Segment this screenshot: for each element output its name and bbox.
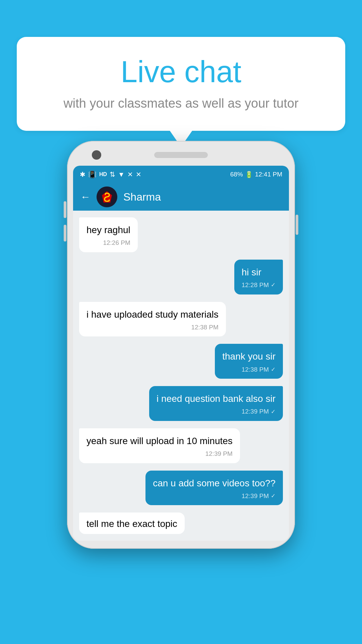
message-4-check-icon: ✓ [271, 366, 276, 374]
message-7-meta: 12:39 PM ✓ [153, 492, 276, 501]
message-3-text: i have uploaded study materials [86, 308, 219, 321]
superman-logo-icon [99, 189, 115, 205]
message-4-meta: 12:38 PM ✓ [222, 365, 276, 374]
message-1: hey raghul 12:26 PM [79, 217, 138, 252]
message-2: hi sir 12:28 PM ✓ [234, 260, 283, 294]
speech-bubble-container: Live chat with your classmates as well a… [17, 37, 345, 131]
wifi-icon: ▼ [118, 171, 125, 178]
volume-down-button [64, 225, 66, 241]
back-button[interactable]: ← [80, 191, 90, 203]
message-1-text: hey raghul [86, 223, 130, 236]
message-7: can u add some videos too?? 12:39 PM ✓ [145, 471, 283, 505]
avatar [97, 186, 117, 207]
message-5-meta: 12:39 PM ✓ [157, 407, 276, 416]
vibrate-icon: 📳 [88, 170, 97, 178]
status-left-icons: ✱ 📳 HD ⇅ ▼ ✕ ✕ [80, 170, 141, 178]
battery-percent: 68% [230, 171, 243, 178]
sync-icon: ⇅ [110, 170, 115, 178]
message-5-time: 12:39 PM [242, 407, 269, 416]
message-7-check-icon: ✓ [271, 492, 276, 500]
message-7-time: 12:39 PM [242, 492, 269, 501]
phone-top-hardware [73, 149, 289, 161]
message-3-meta: 12:38 PM [86, 323, 219, 332]
message-3: i have uploaded study materials 12:38 PM [79, 302, 226, 337]
bluetooth-icon: ✱ [80, 170, 85, 178]
data-icon: ✕ [136, 170, 141, 178]
chat-header: ← Sharma [73, 183, 289, 211]
message-4-time: 12:38 PM [242, 365, 269, 374]
phone-screen: ✱ 📳 HD ⇅ ▼ ✕ ✕ 68% 🔋 12:41 PM ← [73, 166, 289, 541]
message-4-text: thank you sir [222, 350, 276, 363]
message-6: yeah sure will upload in 10 minutes 12:3… [79, 428, 240, 463]
status-bar: ✱ 📳 HD ⇅ ▼ ✕ ✕ 68% 🔋 12:41 PM [73, 166, 289, 183]
message-8-text: tell me the exact topic [86, 519, 177, 529]
contact-name: Sharma [123, 191, 161, 203]
clock: 12:41 PM [255, 171, 282, 178]
message-1-meta: 12:26 PM [86, 238, 130, 248]
status-right-info: 68% 🔋 12:41 PM [230, 171, 282, 178]
message-5-check-icon: ✓ [271, 408, 276, 416]
phone-mockup: ✱ 📳 HD ⇅ ▼ ✕ ✕ 68% 🔋 12:41 PM ← [67, 141, 295, 549]
hd-icon: HD [99, 171, 107, 177]
message-5: i need question bank also sir 12:39 PM ✓ [149, 386, 283, 421]
front-camera [92, 150, 101, 160]
chat-area: hey raghul 12:26 PM hi sir 12:28 PM ✓ i … [73, 211, 289, 541]
battery-icon: 🔋 [245, 171, 253, 178]
signal-icon: ✕ [127, 170, 133, 178]
message-8-partial: tell me the exact topic [79, 513, 185, 534]
message-4: thank you sir 12:38 PM ✓ [215, 344, 283, 379]
message-6-time: 12:39 PM [205, 449, 232, 459]
message-2-check-icon: ✓ [271, 281, 276, 289]
message-2-time: 12:28 PM [242, 281, 269, 290]
message-6-text: yeah sure will upload in 10 minutes [86, 434, 233, 447]
bubble-title: Live chat [40, 55, 322, 89]
message-1-time: 12:26 PM [103, 238, 130, 248]
bubble-subtitle: with your classmates as well as your tut… [40, 95, 322, 112]
volume-up-button [64, 201, 66, 218]
message-3-time: 12:38 PM [191, 323, 218, 332]
message-7-text: can u add some videos too?? [153, 477, 276, 490]
message-2-meta: 12:28 PM ✓ [242, 281, 276, 290]
power-button [296, 215, 298, 235]
speech-bubble: Live chat with your classmates as well a… [17, 37, 345, 131]
message-6-meta: 12:39 PM [86, 449, 233, 459]
speaker-grille [154, 152, 208, 158]
phone-outer: ✱ 📳 HD ⇅ ▼ ✕ ✕ 68% 🔋 12:41 PM ← [67, 141, 295, 549]
message-2-text: hi sir [242, 266, 276, 279]
message-5-text: i need question bank also sir [157, 392, 276, 405]
